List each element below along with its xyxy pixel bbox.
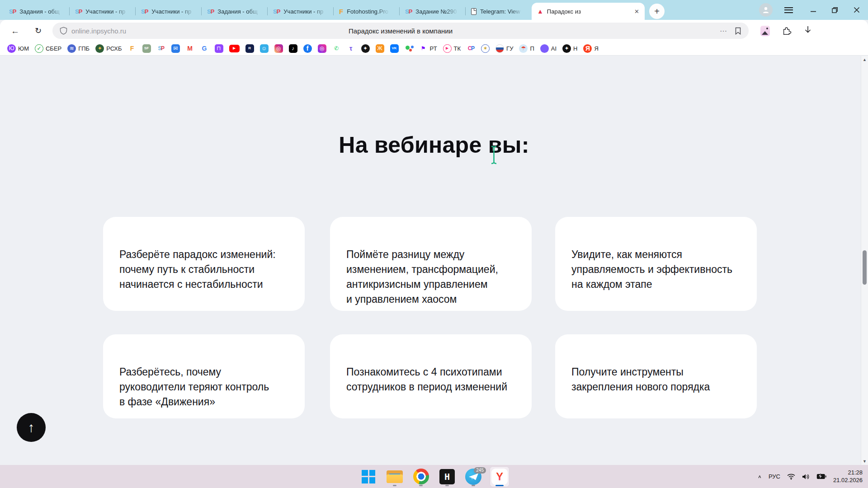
tab-telegram[interactable]: Telegram: View bbox=[466, 3, 532, 20]
rshb-icon: ✦ bbox=[95, 44, 104, 53]
bookmark-n-app[interactable]: ✦Н bbox=[562, 44, 577, 53]
shield-security-icon bbox=[60, 27, 67, 35]
tab-title: Участники - пр bbox=[283, 8, 326, 15]
bookmark-youtube[interactable]: ▶ bbox=[229, 45, 240, 52]
bookmark-sber[interactable]: ✓СБЕР bbox=[35, 44, 61, 53]
yandex-browser-button[interactable]: Y bbox=[490, 466, 509, 487]
page-title: Парадокс изменений в компании bbox=[52, 27, 749, 35]
address-bar[interactable]: online.inpsycho.ru Парадокс изменений в … bbox=[52, 23, 749, 39]
tray-chevron-up-icon[interactable]: ∧ bbox=[758, 474, 762, 479]
chrome-button[interactable] bbox=[411, 466, 431, 487]
bookmark-label: П bbox=[530, 45, 534, 52]
scrollbar-thumb[interactable] bbox=[863, 250, 867, 285]
bookmark-camera-app[interactable]: ◎ bbox=[318, 44, 326, 53]
tab-paradox-active[interactable]: ▲ Парадокс из ✕ bbox=[532, 3, 645, 20]
tab-strip: SP Задания - общ SP Участники - пр SP Уч… bbox=[0, 0, 868, 20]
menu-hamburger-icon[interactable] bbox=[784, 7, 793, 13]
bookmark-yoomoney[interactable]: ЮЮМ bbox=[7, 44, 29, 53]
telegram-button[interactable]: 245 bbox=[463, 466, 483, 487]
window-restore-button[interactable] bbox=[832, 7, 838, 13]
bookmark-rshb[interactable]: ✦РСХБ bbox=[95, 44, 122, 53]
bookmark-tau-app[interactable]: τ bbox=[347, 44, 355, 53]
profile-avatar[interactable] bbox=[759, 3, 773, 17]
language-indicator[interactable]: РУС bbox=[769, 473, 780, 480]
tab-task-290[interactable]: SP Задание №290 bbox=[400, 3, 466, 20]
bookmark-gazprombank[interactable]: ≋ГПБ bbox=[67, 44, 90, 53]
bookmark-whatsapp[interactable]: ✆ bbox=[332, 44, 341, 53]
bookmark-tiktok[interactable]: ♪ bbox=[289, 44, 297, 53]
bookmark-smile-app[interactable]: ☺ bbox=[260, 44, 269, 53]
bookmark-label: AI bbox=[551, 45, 557, 52]
tab-close-icon[interactable]: ✕ bbox=[634, 8, 639, 15]
scrollbar-up-arrow[interactable]: ▲ bbox=[863, 57, 867, 62]
scrollbar-down-arrow[interactable]: ▼ bbox=[863, 459, 867, 464]
scroll-to-top-button[interactable]: ↑ bbox=[17, 413, 46, 442]
bookmark-sf[interactable]: SF bbox=[142, 44, 151, 53]
start-button[interactable] bbox=[359, 466, 378, 487]
bookmark-google[interactable]: G bbox=[200, 44, 209, 53]
volume-icon[interactable] bbox=[802, 474, 810, 480]
bookmark-dots-app[interactable] bbox=[405, 44, 413, 53]
bookmark-instagram[interactable]: ◎ bbox=[274, 44, 283, 53]
new-tab-button[interactable]: + bbox=[649, 4, 665, 19]
window-close-button[interactable] bbox=[854, 7, 860, 13]
text-cursor-icon bbox=[489, 145, 499, 165]
clock[interactable]: 21:28 21.02.2026 bbox=[833, 469, 863, 484]
bookmark-tk[interactable]: ▶ТК bbox=[443, 44, 461, 53]
tab-tasks-1[interactable]: SP Задания - общ bbox=[4, 3, 70, 20]
bookmark-label: ЮМ bbox=[18, 45, 29, 52]
tab-participants-1[interactable]: SP Участники - пр bbox=[70, 3, 136, 20]
sr-app-icon: СР bbox=[467, 44, 475, 53]
bookmark-ai-app[interactable]: AI bbox=[540, 44, 557, 53]
bookmark-vk[interactable]: VK bbox=[390, 44, 399, 53]
h-app-button[interactable]: H bbox=[437, 466, 457, 487]
bookmark-yandex[interactable]: ЯЯ bbox=[583, 44, 598, 53]
tab-title: Задание №290 bbox=[415, 8, 458, 15]
downloads-icon[interactable] bbox=[803, 26, 812, 36]
bookmark-label: СБЕР bbox=[46, 45, 61, 52]
sp-favicon: SP bbox=[207, 8, 214, 15]
reload-button[interactable]: ↻ bbox=[35, 27, 42, 35]
file-explorer-button[interactable] bbox=[385, 466, 405, 487]
bookmark-flag-icon[interactable] bbox=[735, 27, 741, 35]
back-button[interactable]: ← bbox=[11, 27, 19, 35]
benefit-card-2: Поймёте разницу между изменением, трансф… bbox=[330, 217, 532, 311]
benefit-card-3: Увидите, как меняются управляемость и эф… bbox=[555, 217, 757, 311]
bookmark-odnoklassniki[interactable]: Ж bbox=[376, 44, 384, 53]
sp-favicon: SP bbox=[141, 8, 148, 15]
sp-favicon: SP bbox=[273, 8, 280, 15]
screenshot-image-icon[interactable] bbox=[760, 26, 770, 36]
pogoda-icon: ☂ bbox=[519, 44, 528, 53]
bookmark-label: ГПБ bbox=[78, 45, 90, 52]
tab-tasks-2[interactable]: SP Задания - общ bbox=[202, 3, 268, 20]
windows-taskbar: H 245 Y ∧ РУС 21:28 21.02.2026 bbox=[0, 465, 868, 488]
bookmark-facebook[interactable]: f bbox=[303, 44, 312, 53]
bookmark-twitch[interactable]: ⊓ bbox=[215, 44, 223, 53]
bookmark-gmail[interactable]: M bbox=[186, 44, 194, 53]
tab-participants-3[interactable]: SP Участники - пр bbox=[268, 3, 334, 20]
bookmark-rutube[interactable]: R bbox=[245, 44, 254, 53]
bookmark-sp[interactable]: SP bbox=[157, 44, 165, 53]
smile-app-icon: ☺ bbox=[260, 44, 269, 53]
tab-title: Fotohosting.Pro bbox=[347, 8, 389, 15]
battery-charging-icon[interactable] bbox=[816, 474, 826, 479]
url-overflow-icon[interactable]: ⋯ bbox=[720, 27, 727, 35]
tab-fotohosting[interactable]: F Fotohosting.Pro bbox=[334, 3, 400, 20]
wifi-icon[interactable] bbox=[787, 474, 795, 480]
bookmark-sr-app[interactable]: СР bbox=[467, 44, 475, 53]
tab-participants-2[interactable]: SP Участники - пр bbox=[136, 3, 202, 20]
bookmark-fotohosting[interactable]: F bbox=[128, 44, 137, 53]
bookmark-sparkle-app[interactable]: ✦ bbox=[361, 44, 370, 53]
bookmark-mail[interactable]: ✉ bbox=[171, 44, 180, 53]
page-scrollbar[interactable]: ▲ ▼ bbox=[861, 56, 868, 465]
bookmark-label: РСХБ bbox=[106, 45, 122, 52]
window-minimize-button[interactable] bbox=[810, 7, 816, 13]
extensions-puzzle-icon[interactable] bbox=[782, 26, 792, 36]
whatsapp-icon: ✆ bbox=[332, 44, 341, 53]
bookmark-pogoda[interactable]: ☂П bbox=[519, 44, 534, 53]
h-app-icon: H bbox=[439, 469, 455, 484]
bookmark-gosuslugi[interactable]: ГУ bbox=[495, 44, 513, 53]
bookmark-rostelecom[interactable]: ⚑РТ bbox=[419, 44, 437, 53]
card-text: Получите инструменты закрепления нового … bbox=[571, 366, 710, 393]
bookmark-fns[interactable]: ✶ bbox=[481, 44, 490, 53]
